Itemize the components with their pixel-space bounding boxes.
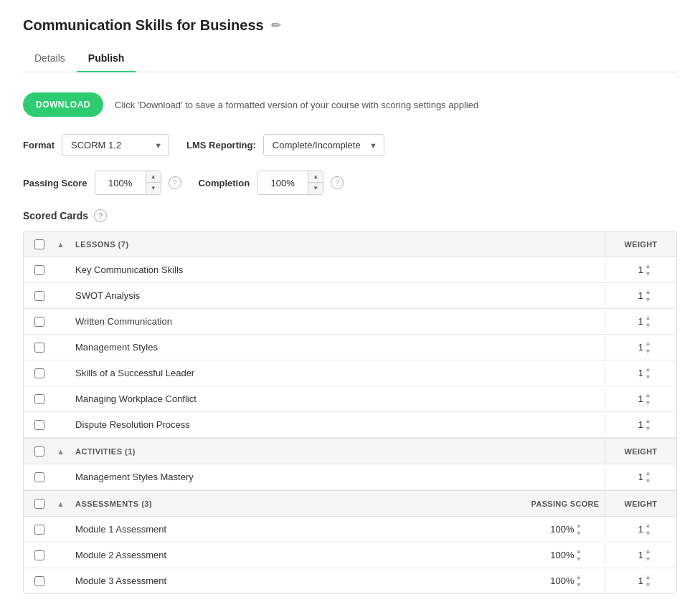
- lessons-collapse-btn[interactable]: ▲: [55, 239, 66, 250]
- activities-chevron-cell: ▲: [55, 446, 70, 457]
- lesson-1-up[interactable]: ▲: [643, 288, 653, 296]
- lesson-5-up[interactable]: ▲: [643, 391, 653, 399]
- download-button[interactable]: DOWNLOAD: [23, 92, 103, 117]
- assessment-1-spinners: ▲ ▼: [643, 548, 653, 563]
- activity-0-checkbox[interactable]: [34, 472, 44, 482]
- assessment-1-up[interactable]: ▲: [643, 548, 653, 555]
- lesson-1-weight: 1: [629, 290, 643, 301]
- assessment-2-up[interactable]: ▲: [643, 573, 653, 581]
- passing-score-input[interactable]: [95, 173, 146, 193]
- completion-up[interactable]: ▲: [308, 171, 323, 183]
- lesson-0-down[interactable]: ▼: [643, 270, 653, 278]
- passing-score-spinners: ▲ ▼: [146, 171, 161, 194]
- lesson-2-up[interactable]: ▲: [643, 314, 653, 322]
- activities-collapse-btn[interactable]: ▲: [55, 446, 66, 457]
- lesson-3-down[interactable]: ▼: [643, 348, 653, 355]
- lesson-3-up[interactable]: ▲: [643, 340, 653, 348]
- scored-cards-help-icon[interactable]: ?: [94, 209, 107, 222]
- assessments-chevron-cell: ▲: [55, 498, 70, 510]
- tab-details[interactable]: Details: [23, 45, 77, 72]
- assessment-0-passing-cell: 100% ▲ ▼: [526, 519, 605, 540]
- lesson-0-checkbox-cell: [24, 258, 55, 282]
- edit-icon[interactable]: ✏: [271, 19, 280, 32]
- completion-help-icon[interactable]: ?: [331, 176, 344, 189]
- lms-reporting-select[interactable]: Complete/Incomplete Pass/Fail Score: [263, 134, 384, 156]
- lesson-6-checkbox[interactable]: [34, 420, 44, 430]
- lesson-3-weight-cell: 1 ▲ ▼: [605, 337, 676, 358]
- format-group: Format SCORM 1.2 SCORM 2004 xAPI ▼: [23, 134, 169, 156]
- lesson-5-checkbox[interactable]: [34, 394, 44, 404]
- lesson-5-weight: 1: [629, 393, 643, 404]
- activities-weight-header: WEIGHT: [605, 440, 676, 463]
- activity-0-spinners: ▲ ▼: [643, 469, 653, 485]
- assessment-0-passing-up[interactable]: ▲: [574, 522, 584, 530]
- lesson-2-checkbox[interactable]: [34, 317, 44, 327]
- assessment-1-passing-down[interactable]: ▼: [574, 555, 584, 563]
- lesson-3-spinners: ▲ ▼: [643, 340, 653, 355]
- assessments-group-label: ASSESSMENTS (3): [70, 491, 526, 516]
- lesson-1-name: SWOT Analysis: [70, 283, 605, 308]
- assessment-1-checkbox[interactable]: [34, 550, 44, 560]
- assessment-2-down[interactable]: ▼: [643, 581, 653, 589]
- activity-0-down[interactable]: ▼: [643, 477, 653, 485]
- lesson-5-down[interactable]: ▼: [643, 399, 653, 407]
- activities-header-checkbox[interactable]: [34, 446, 44, 457]
- lessons-header-row: ▲ LESSONS (7) WEIGHT: [24, 231, 676, 257]
- passing-score-up[interactable]: ▲: [146, 171, 161, 183]
- table-row: SWOT Analysis 1 ▲ ▼: [24, 283, 676, 309]
- lesson-4-down[interactable]: ▼: [643, 373, 653, 381]
- format-row: Format SCORM 1.2 SCORM 2004 xAPI ▼ LMS R…: [23, 134, 677, 156]
- assessment-0-checkbox[interactable]: [34, 525, 44, 535]
- assessment-0-up[interactable]: ▲: [643, 522, 653, 530]
- assessment-2-passing-down[interactable]: ▼: [574, 581, 584, 589]
- assessment-2-checkbox-cell: [24, 569, 55, 593]
- assessment-0-weight: 1: [629, 524, 643, 535]
- lessons-weight-header: WEIGHT: [605, 233, 676, 256]
- assessment-0-down[interactable]: ▼: [643, 530, 653, 537]
- lesson-6-name: Dispute Resolution Process: [70, 412, 605, 437]
- table-row: Management Styles Mastery 1 ▲ ▼: [24, 464, 676, 490]
- lesson-4-up[interactable]: ▲: [643, 365, 653, 373]
- lesson-3-checkbox[interactable]: [34, 343, 44, 353]
- assessment-2-passing-up[interactable]: ▲: [574, 573, 584, 581]
- lesson-3-checkbox-cell: [24, 335, 55, 360]
- passing-score-group: Passing Score ▲ ▼ ?: [23, 171, 181, 195]
- lesson-2-down[interactable]: ▼: [643, 322, 653, 330]
- lesson-4-weight: 1: [629, 368, 643, 378]
- tab-publish[interactable]: Publish: [77, 45, 136, 72]
- page-title: Communication Skills for Business ✏: [23, 17, 677, 34]
- assessment-2-checkbox[interactable]: [34, 576, 44, 586]
- passing-score-input-wrapper: ▲ ▼: [95, 171, 161, 195]
- assessment-0-passing-down[interactable]: ▼: [574, 530, 584, 537]
- completion-input[interactable]: [257, 173, 308, 193]
- assessment-1-down[interactable]: ▼: [643, 555, 653, 563]
- assessment-2-name: Module 3 Assessment: [70, 568, 526, 593]
- lessons-header-checkbox[interactable]: [34, 239, 44, 249]
- lesson-2-weight-cell: 1 ▲ ▼: [605, 311, 676, 333]
- assessment-1-passing-up[interactable]: ▲: [574, 548, 584, 555]
- activity-0-up[interactable]: ▲: [643, 469, 653, 477]
- lesson-6-up[interactable]: ▲: [643, 417, 653, 425]
- format-select-wrapper: SCORM 1.2 SCORM 2004 xAPI ▼: [62, 134, 169, 156]
- assessment-1-weight-cell: 1 ▲ ▼: [605, 545, 676, 566]
- lesson-1-down[interactable]: ▼: [643, 296, 653, 304]
- lesson-0-checkbox[interactable]: [34, 265, 44, 275]
- lesson-1-checkbox[interactable]: [34, 291, 44, 301]
- completion-down[interactable]: ▼: [308, 183, 323, 194]
- assessments-collapse-btn[interactable]: ▲: [55, 498, 66, 510]
- lesson-3-name: Management Styles: [70, 335, 605, 360]
- passing-score-down[interactable]: ▼: [146, 183, 161, 194]
- activities-header-row: ▲ ACTIVITIES (1) WEIGHT: [24, 438, 676, 464]
- completion-spinners: ▲ ▼: [308, 171, 323, 194]
- table-row: Module 1 Assessment 100% ▲ ▼ 1 ▲ ▼: [24, 517, 676, 543]
- format-select[interactable]: SCORM 1.2 SCORM 2004 xAPI: [62, 134, 169, 156]
- lesson-4-checkbox[interactable]: [34, 368, 44, 378]
- lesson-0-weight-cell: 1 ▲ ▼: [605, 259, 676, 281]
- completion-input-wrapper: ▲ ▼: [257, 171, 323, 195]
- lessons-group-label: LESSONS (7): [70, 231, 605, 257]
- lesson-6-down[interactable]: ▼: [643, 425, 653, 433]
- passing-score-help-icon[interactable]: ?: [169, 176, 181, 189]
- lesson-5-weight-cell: 1 ▲ ▼: [605, 388, 676, 410]
- lesson-0-up[interactable]: ▲: [643, 262, 653, 270]
- assessments-header-checkbox[interactable]: [34, 499, 44, 509]
